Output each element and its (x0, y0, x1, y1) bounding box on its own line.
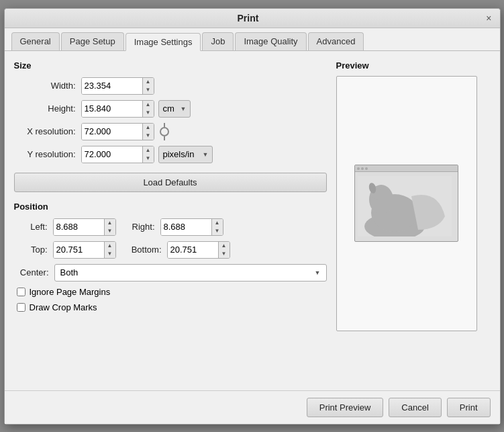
xres-label: X resolution: (14, 126, 81, 136)
right-input[interactable] (161, 219, 211, 235)
xres-decrement[interactable]: ▼ (143, 132, 154, 140)
bottom-increment[interactable]: ▲ (219, 242, 230, 250)
ignore-margins-checkbox[interactable] (17, 288, 26, 296)
content-area: Size Width: ▲ ▼ Height: (5, 51, 500, 390)
yres-increment[interactable]: ▲ (143, 146, 154, 155)
print-dialog: Print × General Page Setup Image Setting… (4, 8, 501, 425)
unit-dropdown[interactable]: cm in mm pt ▼ (158, 100, 191, 118)
xres-input[interactable] (82, 124, 142, 140)
print-preview-button[interactable]: Print Preview (307, 398, 384, 417)
xres-spin-buttons: ▲ ▼ (142, 124, 154, 140)
pixels-dropdown[interactable]: pixels/in pixels/cm ▼ (158, 146, 213, 163)
bottom-input[interactable] (168, 242, 218, 258)
close-button[interactable]: × (485, 13, 493, 24)
left-spin-buttons: ▲ ▼ (104, 219, 115, 235)
preview-image (358, 176, 452, 236)
yres-label: Y resolution: (14, 149, 81, 159)
xres-spinbox[interactable]: ▲ ▼ (81, 123, 154, 140)
print-button[interactable]: Print (447, 398, 491, 417)
width-input[interactable] (82, 78, 142, 94)
size-section: Size Width: ▲ ▼ Height: (14, 60, 327, 192)
preview-box (336, 76, 477, 331)
center-label: Center: (14, 267, 54, 277)
xres-row: X resolution: ▲ ▼ (14, 123, 327, 140)
ignore-margins-row: Ignore Page Margins (17, 287, 327, 297)
tab-advanced[interactable]: Advanced (308, 32, 364, 50)
right-spinbox[interactable]: ▲ ▼ (160, 218, 223, 236)
width-spinbox[interactable]: ▲ ▼ (81, 77, 154, 95)
height-row: Height: ▲ ▼ cm in mm pt (14, 100, 327, 118)
right-label: Right: (121, 222, 155, 232)
tab-image-settings[interactable]: Image Settings (125, 33, 201, 51)
chain-link-icon (158, 123, 170, 140)
ignore-margins-label: Ignore Page Margins (30, 287, 111, 297)
left-spinbox[interactable]: ▲ ▼ (53, 218, 116, 236)
width-row: Width: ▲ ▼ (14, 77, 327, 95)
top-decrement[interactable]: ▼ (105, 250, 115, 258)
chain-link-circle (160, 127, 169, 136)
tab-bar: General Page Setup Image Settings Job Im… (5, 28, 500, 51)
width-decrement[interactable]: ▼ (143, 86, 154, 94)
left-label: Left: (14, 222, 48, 232)
height-spinbox[interactable]: ▲ ▼ (81, 100, 154, 118)
size-section-title: Size (14, 60, 327, 71)
draw-crop-label: Draw Crop Marks (30, 302, 97, 312)
preview-toolbar (355, 165, 458, 172)
cancel-button[interactable]: Cancel (389, 398, 441, 417)
bottom-decrement[interactable]: ▼ (219, 250, 230, 258)
draw-crop-checkbox[interactable] (17, 303, 26, 312)
left-increment[interactable]: ▲ (105, 219, 115, 227)
height-spin-buttons: ▲ ▼ (142, 101, 154, 117)
width-increment[interactable]: ▲ (143, 78, 154, 86)
dialog-title: Print (11, 13, 485, 24)
top-spinbox[interactable]: ▲ ▼ (53, 241, 116, 259)
draw-crop-row: Draw Crop Marks (17, 302, 327, 312)
left-right-row: Left: ▲ ▼ Right: ▲ ▼ (14, 218, 327, 236)
tab-general[interactable]: General (11, 32, 60, 50)
top-spin-buttons: ▲ ▼ (104, 242, 115, 258)
left-decrement[interactable]: ▼ (105, 227, 115, 235)
bottom-spinbox[interactable]: ▲ ▼ (167, 241, 230, 259)
tab-page-setup[interactable]: Page Setup (61, 32, 124, 50)
yres-decrement[interactable]: ▼ (143, 155, 154, 163)
pixels-select[interactable]: pixels/in pixels/cm (163, 149, 200, 159)
height-input[interactable] (82, 101, 142, 117)
chain-line-bottom (164, 136, 165, 140)
top-label: Top: (14, 245, 48, 255)
unit-select[interactable]: cm in mm pt (163, 103, 178, 114)
top-bottom-row: Top: ▲ ▼ Bottom: ▲ ▼ (14, 241, 327, 259)
unit-dropdown-arrow-icon: ▼ (181, 105, 187, 112)
position-section-title: Position (14, 202, 327, 212)
yres-spinbox[interactable]: ▲ ▼ (81, 146, 154, 163)
xres-increment[interactable]: ▲ (143, 124, 154, 132)
left-input[interactable] (54, 219, 104, 235)
preview-title: Preview (336, 60, 491, 71)
load-defaults-button[interactable]: Load Defaults (14, 173, 327, 192)
height-label: Height: (14, 103, 81, 114)
yres-input[interactable] (82, 146, 142, 163)
top-input[interactable] (54, 242, 104, 258)
position-section: Position Left: ▲ ▼ Right: (14, 202, 327, 312)
right-spin-buttons: ▲ ▼ (211, 219, 223, 235)
height-increment[interactable]: ▲ (143, 101, 154, 109)
width-spin-buttons: ▲ ▼ (142, 78, 154, 94)
center-row: Center: Both None Horizontally Verticall… (14, 264, 327, 282)
dialog-footer: Print Preview Cancel Print (5, 390, 500, 424)
preview-content (355, 172, 458, 239)
center-select[interactable]: Both None Horizontally Vertically (60, 267, 321, 277)
bottom-spin-buttons: ▲ ▼ (218, 242, 230, 258)
right-decrement[interactable]: ▼ (212, 227, 223, 235)
preview-dot-1 (357, 167, 360, 170)
preview-inner (354, 165, 458, 242)
center-dropdown[interactable]: Both None Horizontally Vertically ▼ (54, 264, 327, 282)
height-decrement[interactable]: ▼ (143, 109, 154, 117)
right-increment[interactable]: ▲ (212, 219, 223, 227)
tab-job[interactable]: Job (202, 32, 234, 50)
yres-row: Y resolution: ▲ ▼ pixels/in pixels/cm (14, 146, 327, 163)
bottom-label: Bottom: (121, 245, 162, 255)
tab-image-quality[interactable]: Image Quality (235, 32, 306, 50)
preview-dot-3 (365, 167, 368, 170)
pixels-dropdown-arrow-icon: ▼ (203, 151, 209, 158)
top-increment[interactable]: ▲ (105, 242, 115, 250)
width-label: Width: (14, 81, 81, 91)
